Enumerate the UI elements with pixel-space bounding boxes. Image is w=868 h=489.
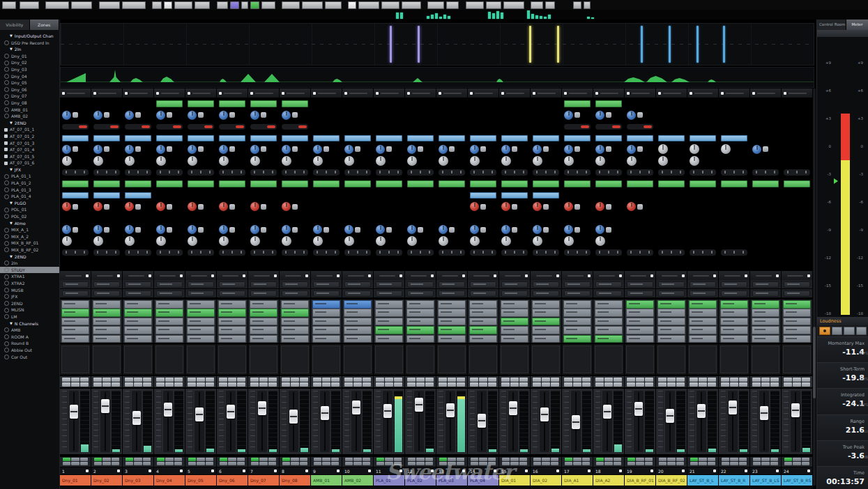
fader-cap[interactable] [540, 408, 549, 421]
channel-select-icon[interactable] [368, 274, 371, 277]
channel-header[interactable] [750, 271, 782, 280]
fader-cap[interactable] [446, 403, 455, 417]
channel-header[interactable] [248, 271, 280, 280]
fader-track[interactable] [383, 391, 393, 452]
channel-number-cell[interactable]: 17 [562, 467, 593, 474]
param-slider[interactable] [125, 169, 151, 176]
small-button[interactable] [471, 458, 478, 461]
small-button[interactable] [251, 462, 259, 465]
channel-button[interactable] [573, 378, 581, 382]
fader-track[interactable] [100, 391, 110, 452]
small-button[interactable] [722, 462, 729, 465]
toolbar-button[interactable] [427, 1, 444, 9]
fader-track[interactable] [69, 391, 79, 452]
channel-header[interactable] [217, 271, 248, 280]
toolbar-button[interactable] [446, 1, 459, 9]
channel-select-icon[interactable] [180, 274, 183, 277]
input-routing-button[interactable] [690, 281, 716, 288]
cue-knob[interactable] [470, 202, 479, 211]
send-slot[interactable] [563, 309, 591, 317]
insert-slot[interactable] [407, 180, 434, 187]
cue-knob[interactable] [501, 202, 510, 211]
small-button[interactable] [565, 462, 572, 465]
channel-list-item[interactable]: MIX_A_2 [0, 233, 59, 240]
send-slot[interactable] [469, 318, 497, 326]
send-slot[interactable] [93, 309, 121, 317]
fader-track[interactable] [446, 391, 455, 452]
mini-button[interactable] [73, 146, 78, 152]
pan-knob[interactable] [690, 144, 699, 154]
small-button[interactable] [614, 458, 621, 461]
send-slot[interactable] [61, 326, 89, 334]
param-slider[interactable] [690, 169, 716, 176]
project-overview[interactable] [60, 23, 814, 65]
gain-knob[interactable] [376, 145, 385, 154]
small-button[interactable] [479, 458, 487, 461]
channel-number-cell[interactable]: 5 [185, 467, 217, 474]
channel-select-icon[interactable] [619, 274, 622, 277]
mini-button[interactable] [512, 146, 517, 152]
channel-select-icon[interactable] [282, 92, 284, 95]
channel-list-folder[interactable]: ▼2END [0, 254, 59, 261]
channel-button[interactable] [510, 378, 519, 382]
toolbar-button[interactable] [261, 1, 275, 9]
small-button[interactable] [80, 458, 88, 461]
pan-knob[interactable] [533, 156, 542, 166]
insert-slot[interactable] [93, 180, 120, 187]
small-button[interactable] [353, 462, 361, 465]
insert-slot[interactable] [282, 180, 308, 187]
output-routing-button[interactable] [627, 290, 653, 297]
channel-button[interactable] [71, 378, 79, 382]
mini-button[interactable] [574, 112, 580, 118]
small-button[interactable] [425, 462, 433, 465]
notepad-cell[interactable] [719, 344, 750, 375]
fader-cap[interactable] [509, 401, 517, 415]
channel-header[interactable] [593, 88, 625, 98]
channel-button[interactable] [770, 382, 779, 387]
pan-knob[interactable] [250, 156, 260, 166]
insert-slot[interactable] [62, 180, 89, 187]
channel-button[interactable] [80, 378, 89, 382]
send-slot[interactable] [250, 318, 277, 326]
toolbar-button[interactable] [45, 1, 69, 9]
channel-select-icon[interactable] [713, 274, 716, 277]
send-slot[interactable] [595, 309, 623, 317]
send-slot[interactable] [689, 309, 717, 317]
small-button[interactable] [237, 458, 245, 461]
insert-slot[interactable] [344, 180, 371, 187]
pan-knob[interactable] [627, 156, 637, 166]
channel-button[interactable] [102, 378, 111, 382]
insert-slot[interactable] [721, 180, 747, 187]
insert-slot[interactable] [250, 100, 277, 107]
channel-name-label[interactable]: DIA_A2 [593, 475, 625, 486]
phase-slider[interactable] [188, 124, 214, 130]
small-button[interactable] [802, 462, 809, 465]
insert-slot[interactable] [219, 180, 245, 187]
pan-knob[interactable] [376, 236, 386, 246]
param-slider[interactable] [282, 249, 308, 256]
channel-button[interactable] [595, 382, 604, 387]
send-slot[interactable] [438, 326, 466, 334]
channel-select-icon[interactable] [156, 92, 159, 95]
cue-knob[interactable] [564, 202, 573, 211]
output-routing-button[interactable] [752, 290, 779, 297]
pan-knob[interactable] [344, 156, 354, 166]
channel-button[interactable] [721, 382, 729, 387]
channel-button[interactable] [533, 378, 541, 382]
send-slot[interactable] [344, 318, 372, 326]
channel-list-item[interactable]: Abbie Out [0, 347, 59, 354]
gain-knob[interactable] [439, 145, 448, 154]
mini-button[interactable] [512, 204, 517, 210]
small-button[interactable] [174, 458, 182, 461]
small-button[interactable] [761, 458, 769, 461]
small-button[interactable] [220, 458, 227, 461]
mini-button[interactable] [104, 204, 109, 210]
pan-knob[interactable] [595, 236, 605, 246]
send-slot[interactable] [312, 326, 340, 334]
channel-header[interactable] [60, 271, 91, 280]
channel-button[interactable] [228, 382, 236, 387]
send-slot[interactable] [155, 335, 183, 343]
gain-knob[interactable] [125, 145, 134, 154]
channel-button[interactable] [708, 382, 716, 387]
mini-button[interactable] [606, 204, 611, 210]
